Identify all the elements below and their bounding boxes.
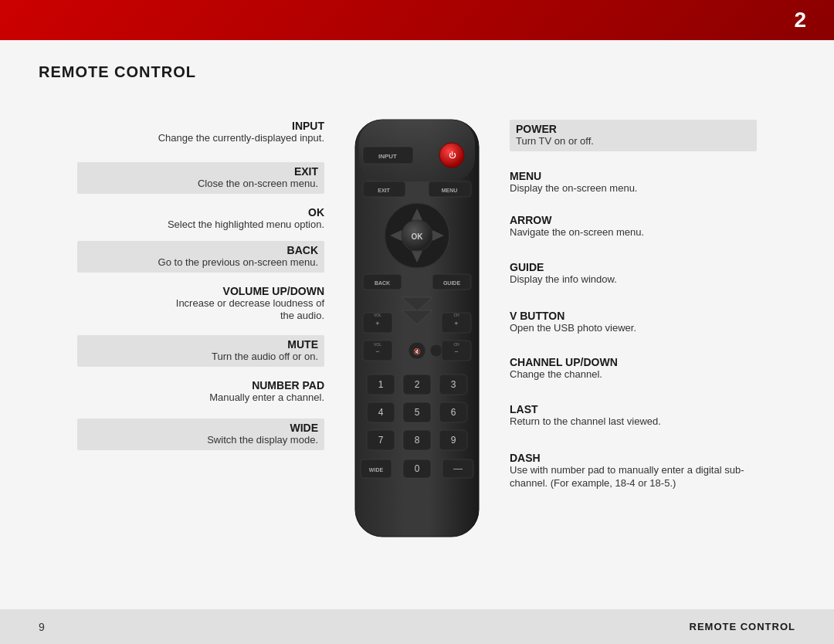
- svg-text:CH: CH: [453, 342, 459, 347]
- label-arrow: ARROW Navigate the on-screen menu.: [510, 214, 757, 239]
- label-power: POWER Turn TV on or off.: [510, 120, 757, 151]
- svg-text:2: 2: [415, 379, 420, 390]
- remote-control-image: INPUT ⏻ EXIT MENU: [340, 104, 494, 544]
- svg-text:GUIDE: GUIDE: [443, 280, 461, 286]
- svg-text:−: −: [375, 347, 379, 355]
- svg-text:+: +: [375, 320, 379, 327]
- svg-text:7: 7: [378, 435, 384, 446]
- svg-text:6: 6: [451, 407, 456, 418]
- bottom-bar: 9 REMOTE CONTROL: [0, 609, 834, 644]
- svg-text:9: 9: [451, 435, 456, 446]
- svg-text:0: 0: [415, 463, 420, 474]
- label-number: NUMBER PAD Manually enter a channel.: [77, 379, 324, 405]
- bottom-section-label: REMOTE CONTROL: [690, 621, 796, 632]
- svg-text:VOL: VOL: [374, 342, 381, 347]
- label-wide: WIDE Switch the display mode.: [77, 419, 324, 450]
- svg-text:5: 5: [415, 407, 420, 418]
- svg-text:OK: OK: [412, 232, 424, 241]
- label-volume: VOLUME UP/DOWN Increase or decrease loud…: [77, 285, 324, 324]
- svg-text:⏻: ⏻: [449, 151, 456, 159]
- page-number: 2: [794, 8, 806, 32]
- label-menu: MENU Display the on-screen menu.: [510, 170, 757, 195]
- svg-text:—: —: [453, 463, 463, 474]
- svg-text:4: 4: [378, 407, 384, 418]
- label-dash: DASH Use with number pad to manually ent…: [510, 452, 757, 490]
- left-labels: INPUT Change the currently-displayed inp…: [77, 104, 340, 456]
- svg-point-34: [430, 344, 442, 357]
- svg-text:BACK: BACK: [375, 280, 390, 286]
- svg-text:−: −: [454, 347, 458, 355]
- content-area: REMOTE CONTROL INPUT Change the currentl…: [0, 40, 834, 644]
- label-last: LAST Return to the channel last viewed.: [510, 403, 757, 429]
- right-labels: POWER Turn TV on or off. MENU Display th…: [494, 104, 757, 501]
- svg-text:🔇: 🔇: [413, 347, 421, 355]
- label-exit: EXIT Close the on-screen menu.: [77, 162, 324, 194]
- label-channel: CHANNEL UP/DOWN Change the channel.: [510, 356, 757, 381]
- top-bar: 2: [0, 0, 834, 40]
- svg-text:WIDE: WIDE: [369, 467, 384, 473]
- svg-text:INPUT: INPUT: [378, 153, 397, 160]
- svg-text:8: 8: [415, 435, 420, 446]
- label-back: BACK Go to the previous on-screen menu.: [77, 241, 324, 273]
- svg-text:1: 1: [378, 379, 384, 390]
- label-input: INPUT Change the currently-displayed inp…: [77, 120, 324, 145]
- svg-text:+: +: [454, 320, 458, 327]
- label-guide: GUIDE Display the info window.: [510, 261, 757, 286]
- label-vbutton: V BUTTON Open the USB photo viewer.: [510, 310, 757, 335]
- svg-text:MENU: MENU: [442, 188, 458, 193]
- svg-text:VOL: VOL: [374, 313, 381, 317]
- label-ok: OK Select the highlighted menu option.: [77, 206, 324, 232]
- label-mute: MUTE Turn the audio off or on.: [77, 335, 324, 367]
- page-title: REMOTE CONTROL: [39, 63, 795, 81]
- svg-text:EXIT: EXIT: [378, 188, 390, 193]
- diagram-area: INPUT Change the currently-displayed inp…: [39, 104, 795, 598]
- svg-text:CH: CH: [453, 313, 459, 317]
- svg-text:3: 3: [451, 379, 456, 390]
- page-number-bottom: 9: [39, 621, 45, 633]
